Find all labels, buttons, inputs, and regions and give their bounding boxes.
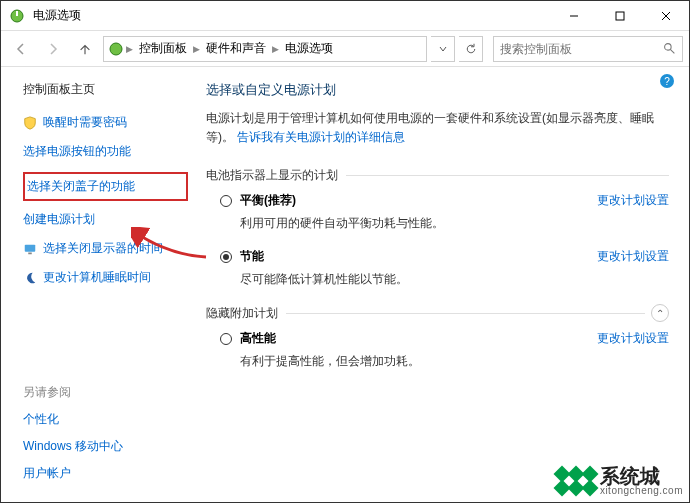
see-also-heading: 另请参阅 (23, 384, 188, 401)
page-description: 电源计划是用于管理计算机如何使用电源的一套硬件和系统设置(如显示器亮度、睡眠等)… (206, 109, 669, 163)
sidebar-link-label: 选择关闭显示器的时间 (43, 240, 163, 257)
refresh-button[interactable] (459, 36, 483, 62)
plan-name: 平衡 (240, 192, 264, 209)
close-button[interactable] (643, 1, 689, 31)
forward-button[interactable] (39, 35, 67, 63)
crumb-2[interactable]: 电源选项 (281, 40, 337, 57)
sidebar: 控制面板主页 唤醒时需要密码 选择电源按钮的功能 选择关闭盖子的功能 创建电源计… (1, 67, 196, 502)
navbar: ▶ 控制面板 ▶ 硬件和声音 ▶ 电源选项 (1, 31, 689, 67)
plan-desc: 尽可能降低计算机性能以节能。 (240, 271, 669, 288)
power-breadcrumb-icon (108, 41, 124, 57)
search-input[interactable] (494, 42, 656, 56)
section-hidden-plans: 隐藏附加计划 ⌃ (206, 304, 669, 322)
main-area: 控制面板主页 唤醒时需要密码 选择电源按钮的功能 选择关闭盖子的功能 创建电源计… (1, 67, 689, 502)
plan-recommended: (推荐) (264, 192, 296, 209)
sidebar-link-label: 更改计算机睡眠时间 (43, 269, 151, 286)
plan-high-perf: 高性能 更改计划设置 有利于提高性能，但会增加功耗。 (220, 330, 669, 370)
change-plan-link[interactable]: 更改计划设置 (597, 330, 669, 347)
divider (346, 175, 669, 176)
window-title: 电源选项 (33, 7, 551, 24)
plan-radio-saver[interactable] (220, 251, 232, 263)
sidebar-link-power-button[interactable]: 选择电源按钮的功能 (23, 143, 188, 160)
help-icon[interactable]: ? (659, 73, 675, 89)
shield-icon (23, 116, 37, 130)
collapse-icon[interactable]: ⌃ (651, 304, 669, 322)
svg-text:?: ? (664, 76, 670, 87)
chevron-right-icon[interactable]: ▶ (193, 44, 200, 54)
titlebar: 电源选项 (1, 1, 689, 31)
sidebar-link-create-plan[interactable]: 创建电源计划 (23, 211, 188, 228)
svg-point-7 (664, 44, 671, 51)
plan-name: 高性能 (240, 330, 276, 347)
plan-radio-high-perf[interactable] (220, 333, 232, 345)
sidebar-link-display-off[interactable]: 选择关闭显示器的时间 (23, 240, 188, 257)
chevron-right-icon[interactable]: ▶ (272, 44, 279, 54)
crumb-0[interactable]: 控制面板 (135, 40, 191, 57)
watermark-brand: 系统城 (600, 466, 683, 486)
back-button[interactable] (7, 35, 35, 63)
svg-rect-10 (28, 252, 32, 254)
section-label: 电池指示器上显示的计划 (206, 167, 338, 184)
up-button[interactable] (71, 35, 99, 63)
search-box[interactable] (493, 36, 683, 62)
monitor-icon (23, 242, 37, 256)
moon-icon (23, 271, 37, 285)
crumb-1[interactable]: 硬件和声音 (202, 40, 270, 57)
svg-rect-1 (16, 11, 18, 16)
section-label: 隐藏附加计划 (206, 305, 278, 322)
svg-rect-9 (25, 244, 36, 251)
divider (286, 313, 645, 314)
minimize-button[interactable] (551, 1, 597, 31)
change-plan-link[interactable]: 更改计划设置 (597, 248, 669, 265)
tell-more-link[interactable]: 告诉我有关电源计划的详细信息 (237, 128, 405, 147)
plan-balanced: 平衡 (推荐) 更改计划设置 利用可用的硬件自动平衡功耗与性能。 (220, 192, 669, 232)
see-also-user-accounts[interactable]: 用户帐户 (23, 465, 188, 482)
svg-rect-3 (616, 12, 624, 20)
chevron-right-icon[interactable]: ▶ (126, 44, 133, 54)
power-app-icon (9, 8, 25, 24)
see-also-personalization[interactable]: 个性化 (23, 411, 188, 428)
breadcrumb-dropdown[interactable] (431, 36, 455, 62)
svg-line-8 (670, 49, 674, 53)
see-also-mobility-center[interactable]: Windows 移动中心 (23, 438, 188, 455)
maximize-button[interactable] (597, 1, 643, 31)
plan-saver: 节能 更改计划设置 尽可能降低计算机性能以节能。 (220, 248, 669, 288)
watermark-logo-icon (556, 468, 596, 494)
watermark: 系统城 xitongcheng.com (556, 466, 683, 496)
section-shown-plans: 电池指示器上显示的计划 (206, 167, 669, 184)
sidebar-link-label: 唤醒时需要密码 (43, 114, 127, 131)
sidebar-link-wake-password[interactable]: 唤醒时需要密码 (23, 114, 188, 131)
search-button[interactable] (656, 37, 682, 61)
page-heading: 选择或自定义电源计划 (206, 81, 669, 99)
sidebar-link-lid-close[interactable]: 选择关闭盖子的功能 (23, 172, 188, 201)
plan-desc: 有利于提高性能，但会增加功耗。 (240, 353, 669, 370)
plan-desc: 利用可用的硬件自动平衡功耗与性能。 (240, 215, 669, 232)
control-panel-home[interactable]: 控制面板主页 (23, 81, 188, 98)
breadcrumb[interactable]: ▶ 控制面板 ▶ 硬件和声音 ▶ 电源选项 (103, 36, 427, 62)
svg-point-6 (110, 43, 122, 55)
watermark-url: xitongcheng.com (600, 486, 683, 496)
change-plan-link[interactable]: 更改计划设置 (597, 192, 669, 209)
plan-name: 节能 (240, 248, 264, 265)
sidebar-link-sleep-time[interactable]: 更改计算机睡眠时间 (23, 269, 188, 286)
plan-radio-balanced[interactable] (220, 195, 232, 207)
content: ? 选择或自定义电源计划 电源计划是用于管理计算机如何使用电源的一套硬件和系统设… (196, 67, 689, 502)
